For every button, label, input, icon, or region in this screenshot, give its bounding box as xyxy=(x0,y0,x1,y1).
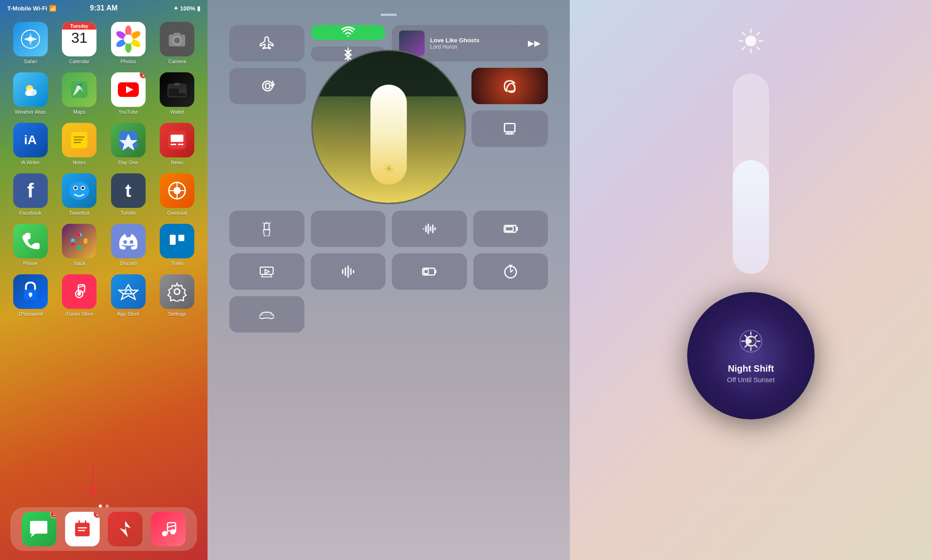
tumblr-icon: t xyxy=(111,173,146,208)
app-itunes[interactable]: iTunes Store xyxy=(59,274,100,317)
itunes-label: iTunes Store xyxy=(65,311,93,317)
app-wallet[interactable]: Wallet xyxy=(157,72,198,115)
1password-icon xyxy=(13,274,48,309)
app-trello[interactable]: Trello xyxy=(157,224,198,266)
app-phone[interactable]: Phone xyxy=(10,224,51,266)
svg-line-62 xyxy=(78,286,85,288)
app-tumblr[interactable]: t Tumblr xyxy=(108,173,149,216)
app-safari[interactable]: Safari xyxy=(10,22,51,64)
news-label: News xyxy=(171,160,183,165)
app-youtube[interactable]: 1 YouTube xyxy=(108,72,149,115)
svg-point-13 xyxy=(174,38,180,43)
svg-rect-55 xyxy=(178,235,184,241)
wallet-label: Wallet xyxy=(170,109,184,115)
svg-rect-24 xyxy=(179,89,186,93)
app-1password[interactable]: 1Password xyxy=(10,274,51,317)
brightness-circle[interactable]: ☀ xyxy=(311,50,466,204)
app-maps[interactable]: Maps xyxy=(59,72,100,115)
slack-label: Slack xyxy=(73,261,86,266)
camera-label: Camera xyxy=(168,59,186,64)
svg-rect-67 xyxy=(78,530,85,531)
svg-rect-79 xyxy=(505,124,515,132)
tweetbot-icon xyxy=(62,173,96,208)
cc-flashlight-btn[interactable] xyxy=(229,211,304,247)
news-icon xyxy=(160,123,194,157)
app-appstore[interactable]: App Store xyxy=(108,274,149,317)
cc-car-btn[interactable] xyxy=(229,296,304,333)
svg-point-70 xyxy=(162,531,167,536)
sun-icon-in-slider: ☀ xyxy=(383,161,395,177)
spark-icon xyxy=(108,512,142,546)
photos-label: Photos xyxy=(121,59,136,64)
svg-line-129 xyxy=(755,335,757,337)
svg-rect-27 xyxy=(74,136,85,138)
app-overcast[interactable]: Overcast xyxy=(157,173,198,216)
status-bar: T-Mobile Wi-Fi 📶 9:31 AM ✦ 100% ▮ xyxy=(0,0,208,15)
svg-point-52 xyxy=(123,240,127,244)
cc-battery2-btn[interactable] xyxy=(392,253,467,290)
svg-line-86 xyxy=(270,222,271,223)
cc-audiogram2-btn[interactable] xyxy=(311,253,386,290)
svg-point-51 xyxy=(78,246,82,249)
cc-timer-btn[interactable] xyxy=(473,253,548,290)
night-shift-panel: Night Shift Off Until Sunset xyxy=(570,0,932,560)
night-shift-title: Night Shift xyxy=(728,363,774,374)
cc-lock-rotation-btn[interactable] xyxy=(229,68,306,104)
youtube-label: YouTube xyxy=(118,109,138,115)
app-discord[interactable]: Discord xyxy=(108,224,149,266)
app-photos[interactable]: Photos xyxy=(108,22,149,64)
brightness-slider-area[interactable]: ☀ xyxy=(312,68,465,204)
dock-music[interactable] xyxy=(151,512,186,546)
app-dayone[interactable]: Day One xyxy=(108,123,149,165)
app-weather[interactable]: Weather Atlas xyxy=(10,72,51,115)
battery-icon: ▮ xyxy=(197,5,200,12)
svg-rect-83 xyxy=(264,223,269,230)
night-shift-circle[interactable]: Night Shift Off Until Sunset xyxy=(687,292,815,419)
app-calendar[interactable]: Tuesday 31 Calendar xyxy=(59,22,100,64)
maps-label: Maps xyxy=(73,109,86,115)
settings-icon xyxy=(160,274,194,309)
dock: 3 3 xyxy=(10,507,197,551)
dock-messages[interactable]: 3 xyxy=(22,512,56,546)
svg-point-48 xyxy=(71,242,75,246)
night-shift-icon xyxy=(738,328,764,359)
weather-icon xyxy=(13,72,48,107)
app-tweetbot[interactable]: Tweetbot xyxy=(59,173,100,216)
phone-label: Phone xyxy=(23,261,38,266)
ia-label: iA Writer xyxy=(21,160,40,165)
app-notes[interactable]: Notes xyxy=(59,123,100,165)
dock-spark[interactable] xyxy=(108,512,142,546)
svg-rect-54 xyxy=(170,235,176,245)
cc-handle[interactable] xyxy=(380,14,397,16)
settings-label: Settings xyxy=(168,311,186,317)
discord-icon xyxy=(111,224,146,258)
app-facebook[interactable]: f Facebook xyxy=(10,173,51,216)
app-ia[interactable]: iA iA Writer xyxy=(10,123,51,165)
dock-reminders[interactable]: 3 xyxy=(65,512,100,546)
svg-rect-32 xyxy=(171,135,183,142)
calendar-day: 31 xyxy=(71,30,87,45)
cc-screen-capture-btn[interactable] xyxy=(471,111,548,147)
cc-airplane-btn[interactable] xyxy=(229,25,304,61)
cc-appletv2-btn[interactable] xyxy=(229,253,304,290)
appstore-icon xyxy=(111,274,146,309)
svg-point-10 xyxy=(124,35,133,44)
cc-do-not-disturb-btn[interactable] xyxy=(471,68,548,104)
dayone-label: Day One xyxy=(118,160,138,165)
cc-battery-btn[interactable] xyxy=(473,211,548,247)
app-camera[interactable]: Camera xyxy=(157,22,198,64)
app-settings[interactable]: Settings xyxy=(157,274,198,317)
cc-appletv-btn[interactable] xyxy=(311,211,386,247)
svg-point-25 xyxy=(173,83,181,86)
messages-icon: 3 xyxy=(22,512,56,546)
media-controls[interactable]: ▶▶ xyxy=(528,38,541,48)
app-slack[interactable]: Slack xyxy=(59,224,100,266)
cc-wifi-btn[interactable] xyxy=(311,25,386,40)
forward-icon[interactable]: ▶▶ xyxy=(528,38,541,48)
svg-point-112 xyxy=(745,35,756,46)
cc-audiogram-btn[interactable] xyxy=(392,211,467,247)
brightness-slider-vertical[interactable] xyxy=(733,74,769,274)
app-news[interactable]: News xyxy=(157,123,198,165)
svg-rect-34 xyxy=(178,144,183,145)
calendar-month: Tuesday xyxy=(62,22,96,30)
